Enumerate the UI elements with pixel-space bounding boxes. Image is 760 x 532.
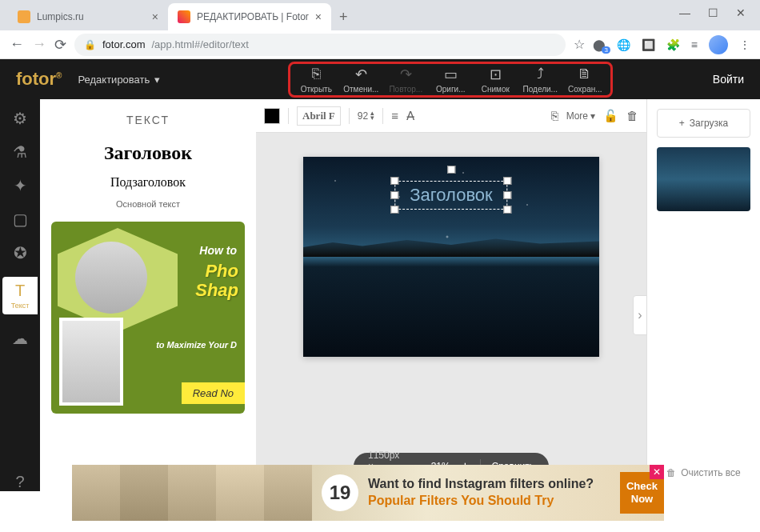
- redo-button[interactable]: ↷Повтор...: [383, 66, 428, 94]
- text-template-promo[interactable]: How to PhoShap to Maximize Your D Read N…: [51, 222, 245, 414]
- close-icon[interactable]: ×: [152, 10, 158, 23]
- align-icon[interactable]: ≡: [391, 109, 398, 122]
- share-icon: ⤴: [537, 66, 544, 83]
- ad-banner[interactable]: 19 Want to find Instagram filters online…: [72, 465, 664, 521]
- address-bar: ← → ⟳ 🔒 fotor.com/app.html#/editor/text …: [0, 30, 760, 59]
- original-icon: ▭: [444, 66, 458, 83]
- promo-text: PhoShap: [195, 262, 238, 300]
- text-panel: ТЕКСТ Заголовок Подзаголовок Основной те…: [40, 99, 256, 491]
- add-heading-button[interactable]: Заголовок: [51, 142, 245, 164]
- resize-handle[interactable]: [390, 191, 398, 199]
- forward-button[interactable]: →: [32, 36, 46, 53]
- bookmark-star-icon[interactable]: ☆: [574, 37, 585, 52]
- ext-icon-3[interactable]: 🔲: [642, 38, 655, 51]
- left-sidebar: ⚙ ⚗ ✦ ▢ ✪ TТекст ☁ ?: [0, 99, 40, 491]
- sidebar-cloud[interactable]: ☁: [12, 329, 28, 348]
- app-topbar: fotor® Редактировать▾ ⎘Открыть ↶Отмени..…: [0, 59, 760, 99]
- text-style-icon[interactable]: A̶: [406, 109, 414, 123]
- window-controls: — ☐ ✕: [665, 0, 760, 26]
- copy-icon[interactable]: ⎘: [551, 109, 558, 122]
- canvas-image[interactable]: Заголовок: [303, 157, 599, 357]
- ext-icon-5[interactable]: ≡: [691, 38, 698, 51]
- ad-images: [72, 465, 312, 521]
- file-toolbar: ⎘Открыть ↶Отмени... ↷Повтор... ▭Ориги...…: [288, 62, 613, 98]
- redo-icon: ↷: [400, 66, 412, 83]
- sidebar-frames[interactable]: ▢: [13, 210, 28, 229]
- promo-read-button[interactable]: Read No: [182, 382, 245, 404]
- profile-avatar[interactable]: [709, 35, 728, 54]
- snapshot-button[interactable]: ⊡Снимок: [473, 66, 518, 94]
- extension-icons: ⬤3 🌐 🔲 🧩 ≡ ⋮: [593, 35, 750, 54]
- canvas-viewport[interactable]: Заголовок: [256, 133, 646, 491]
- url-host: fotor.com: [102, 38, 145, 50]
- ad-text: Want to find Instagram filters online? P…: [368, 476, 620, 510]
- sidebar-text[interactable]: TТекст: [2, 277, 38, 314]
- text-color-swatch[interactable]: [264, 108, 280, 124]
- add-subheading-button[interactable]: Подзаголовок: [51, 175, 245, 190]
- undo-button[interactable]: ↶Отмени...: [338, 66, 383, 94]
- resize-handle[interactable]: [504, 206, 512, 214]
- snapshot-icon: ⊡: [490, 66, 502, 83]
- resize-handle[interactable]: [504, 191, 512, 199]
- promo-image-2: [59, 318, 123, 406]
- tab-fotor[interactable]: РЕДАКТИРОВАТЬ | Fotor ×: [168, 3, 331, 30]
- chevron-down-icon: ▾: [154, 74, 160, 86]
- favicon-icon: [178, 10, 190, 23]
- reload-button[interactable]: ⟳: [54, 36, 66, 54]
- resize-handle[interactable]: [390, 206, 398, 214]
- delete-icon[interactable]: 🗑: [626, 109, 638, 122]
- original-button[interactable]: ▭Ориги...: [428, 66, 473, 94]
- minimize-button[interactable]: —: [679, 6, 690, 19]
- login-button[interactable]: Войти: [713, 73, 744, 86]
- trash-icon: 🗑: [666, 467, 676, 478]
- save-icon: 🗎: [578, 66, 592, 83]
- promo-text: to Maximize Your D: [156, 340, 237, 350]
- url-input[interactable]: 🔒 fotor.com/app.html#/editor/text: [74, 34, 566, 56]
- resize-handle[interactable]: [390, 177, 398, 185]
- font-size-stepper[interactable]: 92▴▾: [358, 110, 374, 122]
- ext-icon-1[interactable]: ⬤3: [593, 38, 606, 51]
- open-button[interactable]: ⎘Открыть: [294, 66, 338, 94]
- tab-lumpics[interactable]: Lumpics.ru ×: [8, 3, 168, 30]
- back-button[interactable]: ←: [10, 36, 24, 53]
- text-element[interactable]: Заголовок: [394, 181, 507, 210]
- font-selector[interactable]: Abril F: [297, 106, 341, 126]
- clear-all-button[interactable]: 🗑Очистить все: [657, 467, 750, 482]
- lock-icon: 🔒: [84, 39, 96, 50]
- add-body-text-button[interactable]: Основной текст: [51, 199, 245, 209]
- canvas-area: Abril F 92▴▾ ≡ A̶ ⎘ More▾ 🔓 🗑 Заголовок: [256, 99, 646, 491]
- new-tab-button[interactable]: +: [331, 9, 356, 26]
- tab-title: РЕДАКТИРОВАТЬ | Fotor: [197, 11, 309, 22]
- context-toolbar: Abril F 92▴▾ ≡ A̶ ⎘ More▾ 🔓 🗑: [256, 99, 646, 133]
- extensions-icon[interactable]: 🧩: [666, 38, 680, 51]
- promo-text: How to: [199, 244, 237, 257]
- lock-icon[interactable]: 🔓: [603, 109, 618, 123]
- sidebar-effects[interactable]: ⚗: [13, 142, 27, 162]
- fotor-logo[interactable]: fotor®: [16, 69, 62, 90]
- resize-handle[interactable]: [504, 177, 512, 185]
- sidebar-stickers[interactable]: ✪: [14, 243, 27, 262]
- ad-close-button[interactable]: ✕: [650, 465, 664, 479]
- maximize-button[interactable]: ☐: [708, 6, 718, 19]
- sidebar-help[interactable]: ?: [15, 473, 24, 491]
- close-window-button[interactable]: ✕: [736, 6, 746, 19]
- url-path: /app.html#/editor/text: [151, 38, 248, 50]
- image-thumbnail[interactable]: [657, 147, 750, 211]
- share-button[interactable]: ⤴Подели...: [518, 66, 562, 94]
- upload-button[interactable]: +Загрузка: [657, 109, 750, 138]
- close-icon[interactable]: ×: [315, 10, 322, 23]
- chevron-down-icon: ▾: [590, 110, 595, 122]
- edit-dropdown[interactable]: Редактировать▾: [78, 74, 160, 86]
- sidebar-adjust[interactable]: ⚙: [13, 109, 27, 128]
- sidebar-beauty[interactable]: ✦: [14, 176, 27, 195]
- panel-title: ТЕКСТ: [51, 114, 245, 126]
- more-button[interactable]: More▾: [566, 110, 595, 122]
- right-panel: +Загрузка 🗑Очистить все: [646, 99, 760, 491]
- save-button[interactable]: 🗎Сохран...: [562, 66, 607, 94]
- rotate-handle[interactable]: [447, 166, 455, 174]
- tab-title: Lumpics.ru: [37, 11, 146, 22]
- expand-panel-button[interactable]: ›: [633, 295, 647, 335]
- menu-icon[interactable]: ⋮: [739, 38, 750, 51]
- promo-image: [75, 242, 147, 314]
- ext-icon-2[interactable]: 🌐: [617, 38, 630, 51]
